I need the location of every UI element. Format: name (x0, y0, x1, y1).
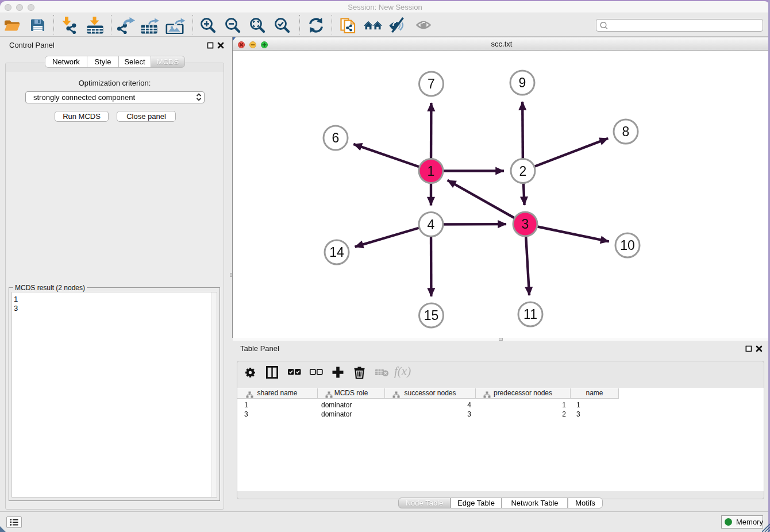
svg-text:14: 14 (329, 245, 344, 260)
svg-text:2: 2 (519, 164, 527, 179)
svg-text:9: 9 (519, 75, 526, 90)
svg-text:6: 6 (332, 130, 340, 145)
svg-text:1: 1 (428, 164, 435, 179)
svg-text:15: 15 (424, 308, 439, 323)
svg-text:8: 8 (622, 124, 630, 139)
svg-text:11: 11 (523, 307, 537, 322)
svg-text:4: 4 (428, 217, 435, 232)
svg-text:10: 10 (620, 238, 635, 253)
svg-text:7: 7 (428, 76, 435, 91)
svg-text:3: 3 (522, 217, 529, 232)
